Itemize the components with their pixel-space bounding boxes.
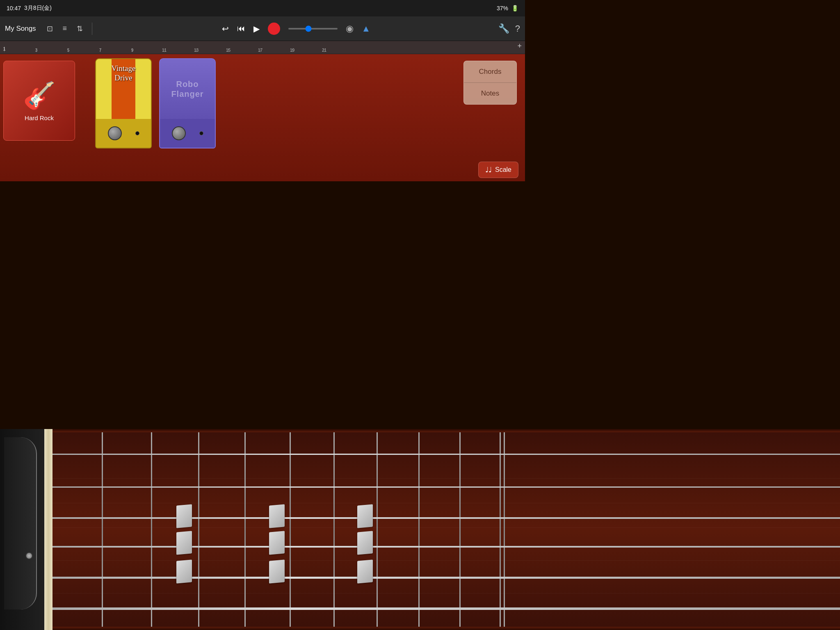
battery-icon: 🔋 — [511, 5, 518, 11]
robo-flanger-controls — [160, 119, 215, 148]
ruler-tick-15: 15 — [228, 49, 228, 52]
robo-flanger-top: Robo Flanger — [160, 59, 215, 119]
vintage-drive-controls — [96, 119, 151, 148]
mixer-button[interactable]: ⇅ — [74, 23, 85, 35]
settings-button[interactable]: 🔧 — [498, 23, 509, 34]
status-time: 10:47 — [7, 5, 21, 11]
vintage-drive-led — [135, 131, 139, 135]
wrench-icon: 🔧 — [498, 23, 509, 34]
metronome-icon: ▲ — [362, 23, 371, 34]
track-area-background — [0, 54, 525, 181]
ruler-tick-9: 9 — [132, 49, 132, 52]
hard-rock-label: Hard Rock — [25, 114, 54, 121]
robo-flanger-led — [199, 131, 203, 135]
view-grid-button[interactable]: ⊡ — [44, 23, 55, 35]
battery-level: 37% — [497, 5, 508, 11]
master-volume-icon: ◉ — [346, 23, 354, 34]
track-area: 🎸 Hard Rock Vintage Drive Robo Flanger — [0, 54, 525, 181]
hard-rock-track[interactable]: 🎸 Hard Rock — [3, 61, 75, 141]
status-date: 3月8日(金) — [24, 5, 52, 12]
status-bar: 10:47 3月8日(金) 37% 🔋 — [0, 0, 525, 16]
my-songs-button[interactable]: My Songs — [5, 25, 36, 33]
add-section-button[interactable]: + — [517, 42, 522, 50]
chords-button[interactable]: Chords — [464, 61, 516, 83]
track-list-icon: ≡ — [63, 24, 67, 33]
chords-notes-panel: Chords Notes — [463, 61, 517, 105]
help-icon: ? — [515, 23, 520, 34]
record-button[interactable] — [268, 23, 280, 35]
scale-label: Scale — [495, 166, 511, 173]
ruler-tick-13: 13 — [196, 49, 196, 52]
play-icon: ▶ — [253, 24, 260, 34]
robo-flanger-text: Robo Flanger — [171, 79, 203, 99]
scale-music-icon: ♩♩ — [485, 165, 492, 174]
ruler-tick-5: 5 — [68, 49, 68, 52]
rewind-icon: ⏮ — [237, 24, 245, 33]
robo-flanger-knob[interactable] — [172, 126, 186, 140]
vintage-drive-knob[interactable] — [108, 126, 122, 140]
metronome-button[interactable]: ▲ — [362, 23, 371, 34]
toolbar-center: ↩ ⏮ ▶ ◉ ▲ — [99, 23, 493, 35]
ruler-tick-19: 19 — [292, 49, 292, 52]
ruler-tick-17: 17 — [260, 49, 260, 52]
undo-button[interactable]: ↩ — [222, 24, 229, 34]
toolbar: My Songs ⊡ ≡ ⇅ ↩ ⏮ ▶ ◉ ▲ 🔧 ? — [0, 16, 525, 41]
robo-flanger-pedal[interactable]: Robo Flanger — [159, 58, 216, 148]
vintage-drive-stripes: Vintage Drive — [96, 59, 151, 119]
vintage-drive-text: Vintage Drive — [111, 64, 135, 83]
status-right: 37% 🔋 — [497, 5, 518, 11]
toolbar-right: 🔧 ? — [498, 23, 520, 34]
mixer-icon: ⇅ — [77, 24, 83, 33]
view-grid-icon: ⊡ — [47, 24, 53, 33]
rewind-button[interactable]: ⏮ — [237, 24, 245, 33]
ruler: 1 3 5 7 9 11 13 15 — [0, 41, 525, 54]
vintage-drive-pedal[interactable]: Vintage Drive — [95, 58, 152, 148]
notes-button[interactable]: Notes — [464, 83, 516, 104]
ruler-tick-11: 11 — [164, 49, 164, 52]
status-left: 10:47 3月8日(金) — [7, 5, 52, 12]
ruler-tick-21: 21 — [324, 49, 324, 52]
toolbar-separator-1 — [92, 23, 92, 35]
scale-button[interactable]: ♩♩ Scale — [478, 162, 518, 178]
help-button[interactable]: ? — [515, 23, 520, 34]
ruler-tick-1: 1 — [4, 46, 5, 52]
volume-slider[interactable] — [288, 28, 338, 30]
guitar-icon: 🎸 — [23, 80, 56, 111]
ruler-tick-3: 3 — [36, 49, 37, 52]
play-button[interactable]: ▶ — [253, 24, 260, 34]
track-list-button[interactable]: ≡ — [60, 23, 70, 34]
ruler-tick-7: 7 — [100, 49, 100, 52]
undo-icon: ↩ — [222, 24, 229, 34]
